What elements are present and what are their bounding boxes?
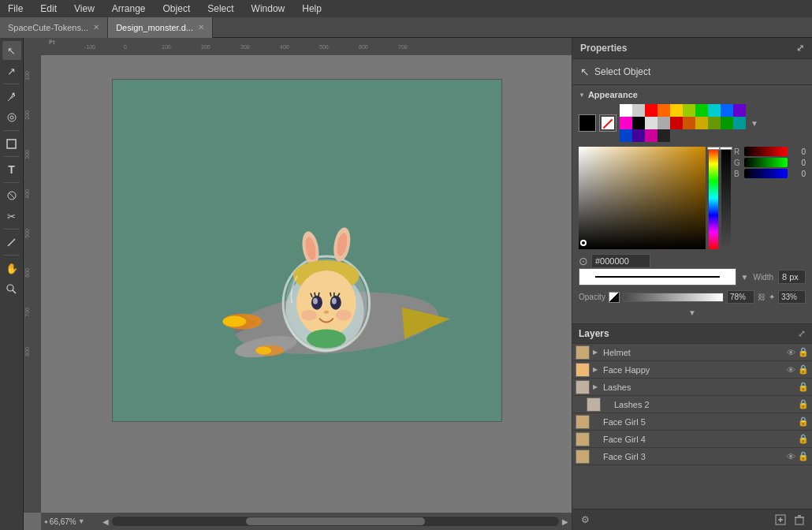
toolbar-divider-4 xyxy=(4,182,20,183)
layer-expand-helmet[interactable]: ▶ xyxy=(593,349,601,356)
menu-window[interactable]: Window xyxy=(248,2,289,16)
b-slider[interactable] xyxy=(744,169,788,178)
layer-lock-lashes2[interactable]: 🔒 xyxy=(798,399,809,409)
layers-delete-btn[interactable] xyxy=(792,512,807,528)
layer-expand-face-happy[interactable]: ▶ xyxy=(593,366,601,373)
layer-lock-face-happy[interactable]: 🔒 xyxy=(798,364,809,375)
opacity-slider[interactable] xyxy=(623,293,724,302)
artboard[interactable] xyxy=(112,79,502,422)
layer-row-face-happy[interactable]: ▶ Face Happy 👁 🔒 xyxy=(572,361,812,379)
layer-lock-helmet[interactable]: 🔒 xyxy=(798,347,809,357)
layer-row-face-girl-4[interactable]: ▶ Face Girl 4 🔒 xyxy=(572,431,812,448)
layer-eye-helmet[interactable]: 👁 xyxy=(787,348,795,357)
erase-tool[interactable] xyxy=(2,186,21,205)
palette-color-mgray[interactable] xyxy=(657,117,670,129)
direct-select-tool[interactable]: ↗ xyxy=(2,62,21,80)
palette-color-lgray2[interactable] xyxy=(645,117,657,129)
menu-arrange[interactable]: Arrange xyxy=(109,2,149,16)
palette-color-dgreen[interactable] xyxy=(721,117,733,129)
layers-settings-btn[interactable]: ⚙ xyxy=(577,512,593,528)
layer-eye-face-happy[interactable]: 👁 xyxy=(787,365,795,375)
stroke-preview[interactable] xyxy=(579,268,736,286)
palette-color-dcyan[interactable] xyxy=(733,117,746,129)
zoom-dropdown[interactable]: ▼ xyxy=(78,517,85,525)
palette-color-lgreen[interactable] xyxy=(683,104,695,117)
palette-color-dark[interactable] xyxy=(657,129,670,142)
layer-expand-lashes[interactable]: ▶ xyxy=(593,383,601,390)
palette-color-black[interactable] xyxy=(632,117,645,129)
g-slider[interactable] xyxy=(744,158,788,167)
stroke-swatch[interactable] xyxy=(599,114,616,132)
select-tool[interactable]: ↖ xyxy=(2,41,21,60)
scroll-left-arrow[interactable]: ◀ xyxy=(102,517,109,526)
layer-thumbnail-face-girl-4 xyxy=(575,432,590,446)
palette-color-dorange[interactable] xyxy=(683,117,695,129)
tab-spacecute[interactable]: SpaceCute-Tokens... ✕ xyxy=(0,17,108,38)
layer-row-helmet[interactable]: ▶ Helmet 👁 🔒 xyxy=(572,344,812,361)
pen2-tool[interactable] xyxy=(2,108,21,127)
palette-color-blue[interactable] xyxy=(721,104,733,117)
palette-color-purple[interactable] xyxy=(733,104,746,117)
scroll-right-arrow[interactable]: ▶ xyxy=(562,517,568,526)
link-icon[interactable]: ⛓ xyxy=(758,293,765,301)
layer-row-face-girl-3[interactable]: ▶ Face Girl 3 👁 🔒 xyxy=(572,448,812,465)
palette-color-green[interactable] xyxy=(695,104,708,117)
color-gradient[interactable] xyxy=(579,147,706,249)
layers-expand-icon[interactable]: ⤢ xyxy=(798,328,806,339)
palette-expand-btn[interactable]: ▼ xyxy=(749,118,760,129)
stroke-dropdown-arrow[interactable]: ▼ xyxy=(741,273,749,282)
palette-color-pink[interactable] xyxy=(620,117,632,129)
appearance-expand[interactable]: ▼ xyxy=(579,307,806,319)
text-tool[interactable]: T xyxy=(2,160,21,179)
palette-color-dpurple[interactable] xyxy=(632,129,645,142)
palette-color-red[interactable] xyxy=(645,104,657,117)
layer-lock-face-girl-3[interactable]: 🔒 xyxy=(798,451,809,461)
layer-eye-face-girl-3[interactable]: 👁 xyxy=(787,452,795,461)
layers-new-btn[interactable] xyxy=(773,512,788,528)
palette-color-lgray[interactable] xyxy=(632,104,645,117)
layer-row-lashes2[interactable]: ▶ Lashes 2 🔒 xyxy=(572,396,812,413)
menu-edit[interactable]: Edit xyxy=(37,2,60,16)
palette-color-dblue[interactable] xyxy=(620,129,632,142)
palette-color-dred[interactable] xyxy=(670,117,683,129)
palette-color-dyellow[interactable] xyxy=(695,117,708,129)
menu-select[interactable]: Select xyxy=(204,2,237,16)
layer-thumbnail-helmet xyxy=(575,345,590,360)
scene-illustration xyxy=(113,80,501,421)
canvas-viewport[interactable] xyxy=(41,55,572,513)
palette-color-yellow[interactable] xyxy=(670,104,683,117)
properties-expand-icon[interactable]: ⤢ xyxy=(796,43,804,54)
palette-color-white[interactable] xyxy=(620,104,632,117)
tab-spacecute-close[interactable]: ✕ xyxy=(93,23,99,32)
palette-color-dlgreen[interactable] xyxy=(708,117,721,129)
fill-swatch[interactable] xyxy=(579,114,596,132)
palette-color-orange[interactable] xyxy=(657,104,670,117)
r-slider[interactable] xyxy=(744,147,788,156)
alpha-strip[interactable] xyxy=(721,147,731,249)
palette-color-cyan[interactable] xyxy=(708,104,721,117)
tab-design-monster[interactable]: Design_monster.d... ✕ xyxy=(108,17,213,38)
palette-color-dpink[interactable] xyxy=(645,129,657,142)
tab-design-monster-close[interactable]: ✕ xyxy=(198,23,204,32)
pen-tool[interactable] xyxy=(2,88,21,106)
layer-lock-face-girl-4[interactable]: 🔒 xyxy=(798,434,809,444)
menu-file[interactable]: File xyxy=(5,2,26,16)
layers-list[interactable]: ▶ Helmet 👁 🔒 ▶ Face Happy 👁 xyxy=(572,344,812,509)
line-tool[interactable] xyxy=(2,233,21,252)
menu-help[interactable]: Help xyxy=(299,2,325,16)
hue-strip[interactable] xyxy=(709,147,718,249)
eyedropper-icon[interactable]: ⊙ xyxy=(579,255,588,267)
menu-object[interactable]: Object xyxy=(160,2,194,16)
layers-footer: ⚙ xyxy=(572,509,812,530)
zoom-tool[interactable] xyxy=(2,279,21,298)
scissors-tool[interactable]: ✂ xyxy=(2,207,21,226)
layer-lock-face-girl-5[interactable]: 🔒 xyxy=(798,416,809,427)
rect-tool[interactable] xyxy=(2,134,21,153)
hex-input[interactable] xyxy=(591,254,650,268)
layer-lock-lashes[interactable]: 🔒 xyxy=(798,382,809,392)
h-scrollbar[interactable] xyxy=(112,517,559,526)
layer-row-face-girl-5[interactable]: ▶ Face Girl 5 🔒 xyxy=(572,413,812,431)
layer-row-lashes[interactable]: ▶ Lashes 🔒 xyxy=(572,379,812,396)
menu-view[interactable]: View xyxy=(71,2,98,16)
hand-tool[interactable]: ✋ xyxy=(2,259,21,278)
